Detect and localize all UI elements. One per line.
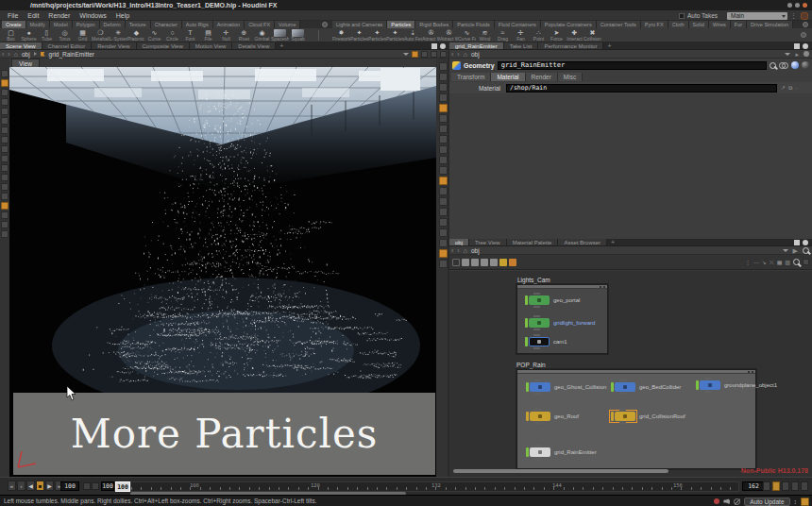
node-body[interactable]	[530, 412, 550, 421]
pane-tab[interactable]: Render View	[92, 42, 136, 49]
audio-toggle-icon[interactable]	[92, 482, 99, 490]
timeline[interactable]: 108120132144156	[130, 481, 739, 492]
shelf-tool[interactable]: Squab	[289, 28, 307, 42]
display-option-icon[interactable]	[439, 135, 448, 143]
shelf-tool[interactable]: ▤ File	[199, 28, 217, 42]
display-option-icon[interactable]	[439, 228, 448, 237]
shelf-tab[interactable]: Fluid Containers	[495, 21, 541, 28]
transport-button[interactable]: «	[8, 481, 16, 491]
chevron-down-icon[interactable]	[785, 53, 790, 56]
viewport-tool-icon[interactable]	[1, 174, 8, 181]
node-body[interactable]	[615, 382, 635, 392]
takes-menu-icon[interactable]	[801, 12, 808, 20]
grid-snap-icon[interactable]: ▦	[777, 259, 783, 266]
shelf-tool[interactable]: ∿ Curve	[145, 28, 163, 42]
display-option-icon[interactable]	[439, 208, 448, 216]
shelf-tab[interactable]: Pyro FX	[641, 21, 668, 28]
open-floating-icon[interactable]: ⧉	[788, 84, 792, 93]
help-icon[interactable]	[791, 61, 799, 69]
shelf-tab[interactable]: Deform	[100, 21, 126, 28]
path-context[interactable]: obj	[20, 51, 32, 58]
display-flag[interactable]	[696, 380, 699, 390]
display-flag[interactable]	[525, 318, 528, 328]
shelf-tool[interactable]: Spaceship	[271, 28, 289, 42]
maximize-button[interactable]	[795, 3, 800, 8]
display-option-icon[interactable]	[439, 249, 448, 258]
path-node[interactable]: grid_RainEmitter	[47, 51, 96, 58]
shelf-tool[interactable]: ➤ Force	[548, 28, 566, 42]
node-body[interactable]	[700, 380, 720, 390]
node-body[interactable]	[615, 412, 635, 421]
display-flag[interactable]	[526, 382, 529, 392]
shelf-tool[interactable]: ✸ Fireworks	[332, 28, 350, 42]
shelf-tab[interactable]: Wires	[709, 21, 731, 28]
view-option-icon[interactable]	[421, 51, 428, 58]
shelf-tool[interactable]: ✇ Attract W..	[422, 28, 440, 42]
network-node[interactable]: geo_Roof	[526, 412, 550, 421]
display-option-icon[interactable]	[439, 145, 448, 154]
viewport-tool-icon[interactable]	[1, 202, 8, 210]
viewport-tool-icon[interactable]	[1, 79, 8, 87]
path-context[interactable]: obj	[469, 247, 482, 254]
shelf-tool[interactable]: ≋ Wind	[476, 28, 494, 42]
display-option-icon[interactable]	[439, 177, 448, 185]
display-flag[interactable]	[525, 295, 528, 305]
node-body[interactable]	[530, 447, 550, 457]
shelf-tool[interactable]: ◆ Platonic S..	[127, 28, 145, 42]
shelf-options-gear-icon[interactable]	[801, 32, 806, 38]
viewport-tool-icon[interactable]	[1, 108, 8, 115]
shelf-tool[interactable]: ✚ Interact	[566, 28, 584, 42]
pane-tab[interactable]: Channel Editor	[42, 42, 93, 49]
shelf-tool[interactable]: ▦ Grid	[74, 28, 92, 42]
shelf-tool[interactable]: ✢ Fan	[512, 28, 530, 42]
playback-option-icon[interactable]	[772, 481, 780, 491]
maximize-pane-icon[interactable]	[431, 43, 437, 49]
viewport-tool-icon[interactable]	[1, 117, 8, 125]
shelf-tool[interactable]: ✦ Particles fr..	[386, 28, 404, 42]
shelf-tool[interactable]: ∴ Point	[530, 28, 548, 42]
shelf-tab[interactable]: Solid	[689, 21, 709, 28]
network-node[interactable]: cam1	[525, 337, 550, 346]
viewport-tool-icon[interactable]	[1, 221, 8, 228]
playback-option-icon[interactable]	[782, 481, 789, 491]
transport-button[interactable]: ▶	[45, 481, 54, 491]
display-flag[interactable]	[526, 412, 529, 421]
list-view-icon[interactable]: ▥	[785, 259, 790, 266]
menu-item[interactable]: Help	[111, 10, 134, 21]
node-category-icon[interactable]	[481, 259, 488, 266]
new-tab-icon[interactable]: +	[607, 239, 618, 245]
node-info-icon[interactable]	[802, 61, 809, 69]
node-category-icon[interactable]	[499, 259, 507, 266]
shelf-tab[interactable]: Fur	[731, 21, 747, 28]
shelf-gear-icon[interactable]	[803, 22, 808, 27]
shelf-tool[interactable]: ⊕ Rivet	[235, 28, 253, 42]
viewport-tool-icon[interactable]	[1, 145, 8, 153]
menu-item[interactable]: Edit	[23, 10, 43, 21]
shelf-tool[interactable]: ✳ L-System	[110, 28, 127, 42]
node-body[interactable]	[530, 382, 550, 392]
message-log-icon[interactable]	[714, 498, 719, 504]
network-node[interactable]: geo_Ghost_Collision	[526, 382, 550, 392]
shelf-tab[interactable]: Cloth	[668, 21, 689, 28]
shelf-tab[interactable]: Populate Containers	[541, 21, 597, 28]
update-arrows-icon[interactable]: ↕	[794, 498, 798, 505]
shelf-gear-icon[interactable]	[322, 22, 328, 27]
update-mode-select[interactable]: Auto Update	[744, 498, 789, 506]
viewport-tool-icon[interactable]	[1, 126, 8, 134]
display-option-icon[interactable]	[439, 239, 448, 247]
shelf-tab[interactable]: Particle Fluids	[453, 21, 495, 28]
interrupt-icon[interactable]	[734, 498, 740, 505]
node-body[interactable]	[529, 337, 550, 346]
spare-parms-icon[interactable]	[779, 62, 788, 68]
shelf-tab[interactable]: Modify	[26, 21, 50, 28]
snap-icon[interactable]	[412, 51, 418, 58]
search-icon[interactable]	[770, 62, 776, 69]
display-flag[interactable]	[525, 337, 528, 346]
viewport-tool-icon[interactable]	[1, 98, 8, 106]
pane-tab[interactable]: grid_RainEmitter	[449, 42, 504, 49]
transport-button[interactable]: ‹	[17, 481, 25, 491]
maximize-pane-icon[interactable]	[794, 43, 800, 49]
network-node[interactable]: grid_RainEmitter	[526, 447, 550, 457]
realtime-toggle-icon[interactable]	[83, 482, 91, 490]
node-body[interactable]	[529, 295, 550, 305]
